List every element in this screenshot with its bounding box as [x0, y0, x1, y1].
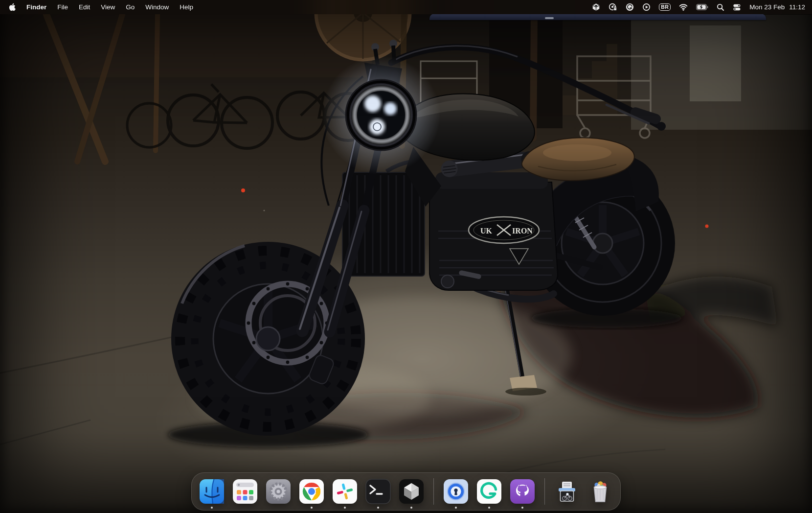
github-app-icon — [510, 479, 535, 504]
privacy-lock-icon[interactable] — [609, 3, 617, 11]
trash-app-icon — [587, 479, 613, 504]
play-circle-icon[interactable] — [642, 3, 651, 11]
wifi-icon[interactable] — [679, 3, 688, 11]
running-indicator-dot — [311, 507, 313, 509]
running-indicator-dot — [488, 507, 490, 509]
dock-item-downloads[interactable] — [554, 479, 580, 504]
dock-item-chrome[interactable] — [299, 479, 324, 504]
input-source-badge[interactable]: BR — [659, 3, 671, 11]
menu-item-go[interactable]: Go — [120, 3, 140, 11]
cube-app-icon — [399, 479, 424, 504]
control-center-icon[interactable] — [733, 3, 741, 11]
finder-app-icon — [199, 479, 225, 504]
apple-logo-icon — [9, 3, 16, 11]
badge-text-uk: UK — [480, 227, 493, 235]
window-grab-handle — [545, 17, 554, 19]
active-app-name[interactable]: Finder — [21, 3, 52, 11]
dock-item-grammarly[interactable] — [476, 479, 502, 504]
settings-app-icon — [266, 479, 291, 504]
dock-divider — [433, 478, 434, 505]
dock-item-launchpad[interactable] — [232, 479, 258, 504]
menu-item-help[interactable]: Help — [174, 3, 199, 11]
menu-item-edit[interactable]: Edit — [73, 3, 95, 11]
dock-item-cube[interactable] — [399, 479, 424, 504]
battery-charging-icon[interactable] — [696, 4, 708, 10]
badge-text-iron: IRON — [512, 227, 533, 235]
desktop-wallpaper[interactable]: UK IRON — [0, 0, 812, 513]
grammarly-app-icon — [476, 479, 502, 504]
menu-item-view[interactable]: View — [95, 3, 120, 11]
running-indicator-dot — [211, 507, 213, 509]
menu-item-file[interactable]: File — [52, 3, 73, 11]
running-indicator-dot — [521, 507, 523, 509]
running-indicator-dot — [410, 507, 412, 509]
dock-item-github[interactable] — [510, 479, 535, 504]
launchpad-app-icon — [232, 479, 258, 504]
dock-item-trash[interactable] — [587, 479, 613, 504]
menu-item-window[interactable]: Window — [140, 3, 174, 11]
chrome-app-icon — [299, 479, 324, 504]
dock — [191, 472, 621, 511]
wallpaper-art: UK IRON — [0, 0, 812, 513]
onepassword-app-icon — [443, 479, 469, 504]
slack-app-icon — [332, 479, 358, 504]
dock-item-finder[interactable] — [199, 479, 225, 504]
running-indicator-dot — [377, 507, 379, 509]
menu-bar: Finder FileEditViewGoWindowHelp — [0, 0, 812, 14]
dock-divider — [544, 478, 545, 505]
engine-badge: UK IRON — [469, 217, 539, 243]
dock-item-settings[interactable] — [266, 479, 291, 504]
dock-item-slack[interactable] — [332, 479, 358, 504]
downloads-app-icon — [554, 479, 580, 504]
dock-item-terminal[interactable] — [365, 479, 391, 504]
headlight — [321, 55, 441, 175]
clock-date: Mon 23 Feb — [749, 3, 785, 11]
clock-time: 11:12 — [789, 3, 805, 11]
terminal-app-icon — [365, 479, 391, 504]
spotlight-search-icon[interactable] — [717, 3, 724, 11]
background-window-edge[interactable] — [429, 14, 766, 20]
running-indicator-dot — [344, 507, 346, 509]
dock-item-onepassword[interactable] — [443, 479, 469, 504]
running-indicator-dot — [455, 507, 457, 509]
cube-icon[interactable] — [592, 3, 600, 11]
grammarly-icon[interactable] — [626, 3, 634, 11]
apple-menu[interactable] — [9, 3, 16, 11]
menu-bar-clock[interactable]: Mon 23 Feb 11:12 — [749, 3, 805, 11]
